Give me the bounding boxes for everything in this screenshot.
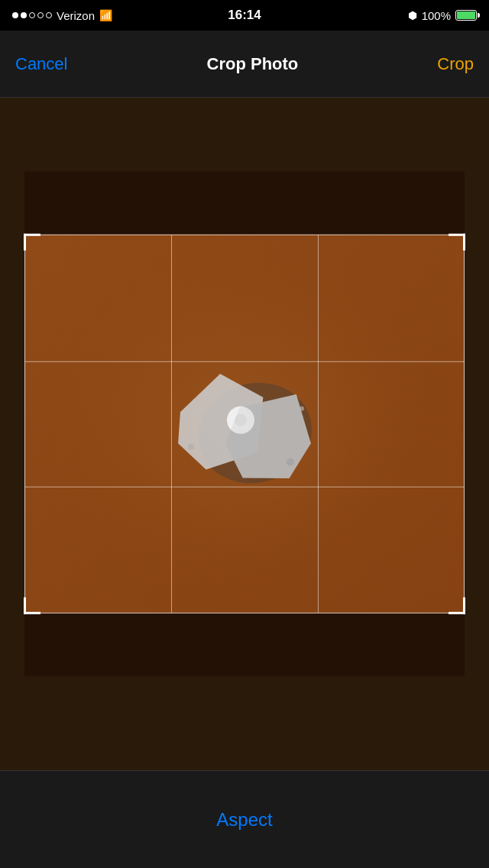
grid-line-h2 [25, 487, 464, 487]
wifi-icon: 📶 [99, 9, 112, 21]
battery-percent: 100% [422, 9, 451, 22]
crop-corner-top-left[interactable] [24, 234, 40, 251]
crop-corner-top-right[interactable] [449, 234, 465, 251]
carrier-label: Verizon [57, 9, 95, 22]
crop-overlay[interactable] [24, 235, 465, 614]
signal-dot-5 [46, 12, 52, 18]
signal-icon [12, 12, 52, 18]
signal-dot-2 [21, 12, 27, 18]
photo-area [0, 98, 489, 770]
signal-dot-1 [12, 12, 18, 18]
crop-corner-bottom-right[interactable] [449, 598, 465, 614]
crop-button[interactable]: Crop [437, 54, 474, 74]
grid-line-h1 [25, 361, 464, 361]
cancel-button[interactable]: Cancel [15, 54, 67, 74]
crop-corner-bottom-left[interactable] [24, 598, 40, 614]
bottom-toolbar: Aspect [0, 770, 489, 868]
status-time: 16:14 [228, 8, 261, 23]
page-title: Crop Photo [207, 54, 299, 74]
signal-dot-3 [29, 12, 35, 18]
battery-fill [457, 11, 475, 19]
battery-icon [455, 10, 477, 21]
status-right: ⬢ 100% [408, 9, 477, 22]
bluetooth-icon: ⬢ [408, 9, 417, 21]
grid-line-v1 [171, 235, 172, 613]
dim-overlay-top [24, 172, 465, 235]
dim-overlay-bottom [24, 614, 465, 676]
crop-container[interactable] [24, 172, 465, 676]
status-bar: Verizon 📶 16:14 ⬢ 100% [0, 0, 489, 31]
status-left: Verizon 📶 [12, 9, 112, 22]
aspect-button[interactable]: Aspect [216, 809, 272, 831]
grid-line-v2 [318, 235, 319, 613]
navigation-bar: Cancel Crop Photo Crop [0, 31, 489, 98]
signal-dot-4 [37, 12, 44, 18]
